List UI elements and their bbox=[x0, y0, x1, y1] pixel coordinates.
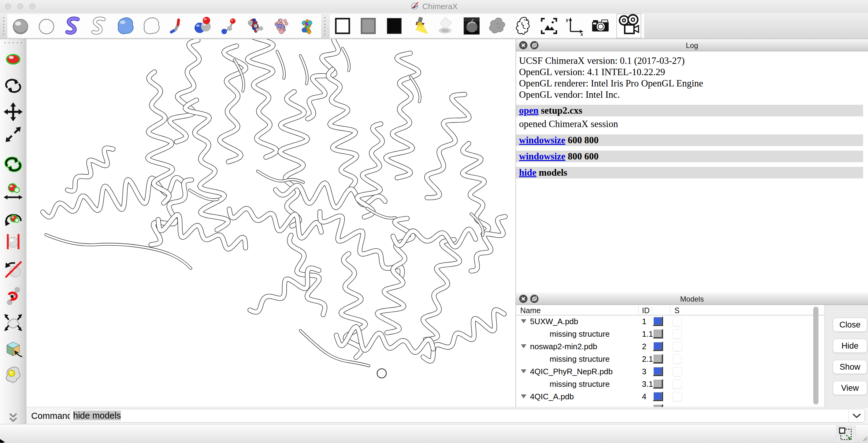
window-title: ChimeraX bbox=[423, 2, 458, 11]
log-command-link[interactable]: windowsize bbox=[519, 135, 565, 145]
models-table: NameIDS 5UXW_A.pdb1missing structure1.1n… bbox=[516, 305, 825, 407]
stick-style-button[interactable] bbox=[167, 16, 187, 36]
log-info-line: OpenGL renderer: Intel Iris Pro OpenGL E… bbox=[519, 78, 863, 89]
command-input-text: hide models bbox=[73, 411, 121, 420]
clip-mouse-mode-button[interactable] bbox=[3, 232, 23, 252]
model-row[interactable] bbox=[516, 403, 825, 407]
spacefill-style-button[interactable] bbox=[194, 16, 213, 36]
window-minimize-button[interactable] bbox=[17, 3, 23, 9]
rotate-clip-mouse-mode-button[interactable] bbox=[3, 259, 23, 279]
surface-button[interactable] bbox=[115, 16, 135, 36]
cartoon-ribbon-outline-button[interactable] bbox=[89, 16, 108, 36]
show-button[interactable]: Show bbox=[833, 360, 867, 374]
spotlight-lighting-button[interactable] bbox=[410, 16, 430, 36]
contour-level-mouse-mode-button[interactable] bbox=[3, 312, 23, 332]
shown-checkbox[interactable] bbox=[673, 367, 682, 376]
zoom-mouse-mode-button[interactable] bbox=[3, 124, 23, 144]
log-command-link[interactable]: hide bbox=[519, 167, 536, 178]
select-mouse-mode-button[interactable] bbox=[3, 49, 23, 69]
graphics-viewport[interactable] bbox=[26, 39, 516, 407]
models-scrollbar[interactable] bbox=[813, 307, 818, 405]
resize-grip[interactable] bbox=[862, 436, 867, 442]
orient-axes-button[interactable]: yx bbox=[565, 16, 585, 36]
model-color-swatch[interactable] bbox=[653, 392, 663, 401]
shown-checkbox[interactable] bbox=[673, 392, 682, 402]
column-header-id[interactable]: ID bbox=[642, 306, 650, 315]
rotate-mouse-mode-button[interactable] bbox=[3, 76, 23, 96]
model-color-swatch[interactable] bbox=[653, 329, 663, 339]
silhouettes-button[interactable] bbox=[513, 16, 533, 36]
color-by-heteroatom-button[interactable] bbox=[246, 16, 266, 36]
model-row[interactable]: missing structure2.1 bbox=[516, 353, 825, 365]
log-command-link[interactable]: open bbox=[519, 105, 538, 116]
view-all-button[interactable] bbox=[539, 16, 559, 36]
chimerax-window: ChimeraX yx bbox=[0, 0, 868, 443]
log-command-link[interactable]: windowsize bbox=[519, 151, 565, 162]
expand-triangle-icon[interactable] bbox=[521, 369, 526, 373]
collapse-double-chevron-icon[interactable] bbox=[7, 412, 19, 423]
window-zoom-button[interactable] bbox=[29, 3, 35, 9]
white-background-button[interactable] bbox=[333, 16, 352, 36]
column-header-s[interactable]: S bbox=[674, 306, 680, 315]
model-color-swatch[interactable] bbox=[653, 367, 663, 376]
cartoon-ribbon-button[interactable] bbox=[63, 16, 83, 36]
color-rainbow-button[interactable] bbox=[298, 16, 318, 36]
model-color-swatch[interactable] bbox=[653, 342, 663, 351]
model-color-swatch[interactable] bbox=[653, 379, 663, 388]
expand-triangle-icon[interactable] bbox=[521, 319, 526, 323]
silhouettes-icon bbox=[513, 16, 533, 36]
black-background-button[interactable] bbox=[384, 16, 404, 36]
gray-background-button[interactable] bbox=[359, 16, 378, 36]
expand-triangle-icon[interactable] bbox=[521, 395, 526, 398]
place-marker-mouse-mode-button[interactable] bbox=[3, 365, 23, 385]
shown-checkbox[interactable] bbox=[673, 379, 682, 389]
surface-outline-button[interactable] bbox=[141, 16, 161, 36]
toolbar-drag-handle[interactable] bbox=[4, 42, 22, 43]
snapshot-camera-button[interactable] bbox=[591, 16, 610, 36]
model-color-swatch[interactable] bbox=[653, 316, 663, 326]
color-by-chain-button[interactable] bbox=[272, 16, 292, 36]
place-marker-mouse-mode-icon bbox=[3, 365, 23, 385]
toolbar-drag-handle[interactable] bbox=[323, 17, 326, 35]
model-row[interactable]: 4QIC_A.pdb4 bbox=[516, 390, 825, 403]
model-row[interactable]: noswap2-min2.pdb2 bbox=[516, 340, 825, 353]
log-info-line: UCSF ChimeraX version: 0.1 (2017-03-27) bbox=[519, 55, 863, 66]
soft-lighting-button[interactable] bbox=[436, 16, 456, 36]
command-input[interactable]: hide models bbox=[70, 409, 865, 422]
full-lighting-button[interactable] bbox=[462, 16, 482, 36]
window-close-button[interactable] bbox=[5, 3, 11, 9]
record-movie-button[interactable] bbox=[617, 14, 641, 38]
column-header-name[interactable]: Name bbox=[520, 306, 541, 315]
model-row[interactable]: 4QIC_PhyR_NepR.pdb3 bbox=[516, 365, 825, 378]
atoms-sphere-button[interactable] bbox=[11, 16, 30, 36]
resize-mode-button[interactable] bbox=[836, 425, 856, 442]
translate-mouse-mode-button[interactable] bbox=[3, 102, 23, 122]
mouse-cursor bbox=[0, 439, 7, 443]
rotate-molecule-mouse-mode-button[interactable] bbox=[3, 207, 23, 227]
command-history-dropdown[interactable] bbox=[848, 409, 865, 422]
model-row[interactable]: 5UXW_A.pdb1 bbox=[516, 315, 825, 328]
expand-triangle-icon[interactable] bbox=[521, 344, 526, 348]
hide-button[interactable]: Hide bbox=[833, 339, 867, 353]
crop-box-mouse-mode-button[interactable] bbox=[3, 338, 23, 359]
rotate-selected-mouse-mode-button[interactable] bbox=[3, 154, 23, 174]
molecule-style-toolbar-section bbox=[7, 14, 321, 38]
color-by-chain-icon bbox=[272, 16, 292, 36]
shadows-button[interactable] bbox=[488, 16, 507, 36]
shown-checkbox[interactable] bbox=[673, 354, 682, 364]
shown-checkbox[interactable] bbox=[673, 342, 682, 351]
model-row[interactable]: missing structure1.1 bbox=[516, 328, 825, 340]
close-button[interactable]: Close bbox=[833, 318, 867, 332]
bond-rotation-mouse-mode-button[interactable] bbox=[3, 286, 23, 306]
translate-selected-mouse-mode-button[interactable] bbox=[3, 181, 23, 201]
model-color-swatch[interactable] bbox=[653, 404, 663, 407]
view-button[interactable]: View bbox=[833, 381, 867, 395]
atoms-sphere-outline-button[interactable] bbox=[37, 16, 56, 36]
model-row[interactable]: missing structure3.1 bbox=[516, 378, 825, 390]
shown-checkbox[interactable] bbox=[673, 317, 682, 326]
model-id: 4 bbox=[642, 392, 646, 402]
toolbar-drag-handle[interactable] bbox=[2, 17, 5, 35]
ball-and-stick-style-button[interactable] bbox=[220, 16, 240, 36]
shown-checkbox[interactable] bbox=[673, 329, 682, 339]
model-color-swatch[interactable] bbox=[653, 354, 663, 364]
